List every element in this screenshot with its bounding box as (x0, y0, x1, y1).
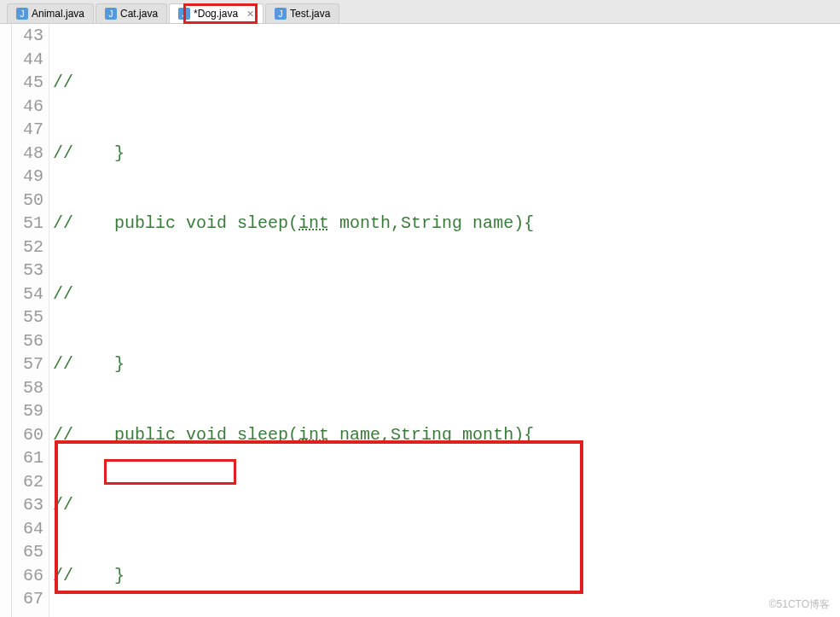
watermark: ©51CTO博客 (769, 597, 830, 612)
line-number: 66 (12, 564, 43, 588)
tab-cat[interactable]: J Cat.java (96, 3, 167, 23)
line-number: 54 (12, 282, 43, 306)
line-number: 60 (12, 423, 43, 447)
tab-test[interactable]: J Test.java (265, 3, 339, 23)
line-number: 51 (12, 212, 43, 236)
line-number: 64 (12, 517, 43, 541)
line-number: 46 (12, 95, 43, 119)
line-number: 63 (12, 493, 43, 517)
tab-label: Test.java (290, 8, 330, 20)
line-number: 45 (12, 71, 43, 95)
line-number: 62 (12, 470, 43, 494)
code-line: // (53, 282, 840, 306)
tab-label: *Dog.java (194, 8, 238, 20)
java-file-icon: J (275, 8, 287, 20)
line-number: 50 (12, 189, 43, 212)
line-number: 65 (12, 540, 43, 564)
java-file-icon: J (105, 8, 117, 20)
close-icon[interactable]: ✕ (246, 9, 254, 20)
line-number: 59 (12, 399, 43, 423)
line-number: 53 (12, 259, 43, 282)
code-line: // (53, 71, 840, 95)
code-line: // public void sleep(int month,String na… (53, 212, 840, 236)
line-number: 55 (12, 306, 43, 329)
tab-label: Cat.java (120, 8, 158, 20)
line-number: 67 (12, 587, 43, 611)
line-number: 61 (12, 446, 43, 470)
code-area[interactable]: // // } // public void sleep(int month,S… (49, 24, 840, 617)
line-number: 47 (12, 118, 43, 142)
line-number: 43 (12, 24, 43, 48)
line-number: 56 (12, 329, 43, 353)
code-line: // } (53, 352, 840, 376)
java-file-icon: J (16, 8, 28, 20)
code-editor[interactable]: 43 44 45 46 47 48 49 50 51 52 53 54 55 5… (0, 24, 840, 617)
java-file-icon: J (178, 8, 190, 20)
line-number: 49 (12, 165, 43, 189)
line-number: 52 (12, 236, 43, 259)
line-number: 57 (12, 352, 43, 376)
line-number: 58 (12, 376, 43, 400)
editor-left-margin (0, 24, 12, 617)
tab-animal[interactable]: J Animal.java (7, 3, 94, 23)
code-line: // public void sleep(int name,String mon… (53, 423, 840, 447)
line-number-gutter: 43 44 45 46 47 48 49 50 51 52 53 54 55 5… (12, 24, 49, 617)
code-line: // } (53, 142, 840, 166)
line-number: 48 (12, 142, 43, 166)
line-number: 44 (12, 48, 43, 72)
code-line: // } (53, 564, 840, 588)
tab-label: Animal.java (32, 8, 84, 20)
tab-dog[interactable]: J *Dog.java ✕ (169, 3, 264, 23)
code-line: // (53, 493, 840, 517)
tab-bar: J Animal.java J Cat.java J *Dog.java ✕ J… (0, 0, 840, 24)
